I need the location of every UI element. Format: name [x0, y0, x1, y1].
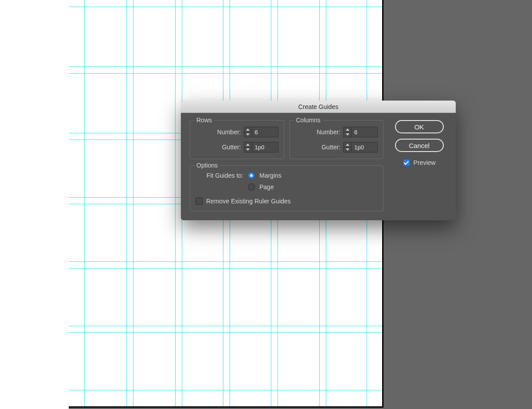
- columns-number-row: Number:: [295, 127, 378, 137]
- columns-number-input[interactable]: [351, 127, 378, 137]
- columns-gutter-row: Gutter:: [295, 142, 378, 152]
- stepper-up-icon[interactable]: [244, 142, 252, 148]
- guide-row[interactable]: [69, 332, 382, 333]
- rows-gutter-stepper[interactable]: [244, 142, 278, 152]
- stepper-buttons: [343, 142, 351, 152]
- stage: Create Guides Rows Number:: [0, 0, 532, 409]
- dialog-titlebar[interactable]: Create Guides: [181, 101, 456, 113]
- radio-margins-label[interactable]: Margins: [259, 172, 282, 179]
- fit-to-margins-row: Fit Guides to: Margins: [196, 172, 378, 179]
- rows-columns-row: Rows Number:: [190, 120, 383, 165]
- rows-gutter-input[interactable]: [252, 142, 278, 152]
- columns-group: Columns Number:: [289, 120, 384, 159]
- columns-legend: Columns: [294, 117, 322, 124]
- stepper-buttons: [343, 127, 351, 137]
- stepper-up-icon[interactable]: [344, 127, 351, 132]
- stepper-up-icon[interactable]: [344, 142, 351, 148]
- radio-margins[interactable]: [248, 172, 255, 179]
- preview-label: Preview: [414, 159, 436, 166]
- preview-checkbox[interactable]: [403, 159, 410, 166]
- guide-row[interactable]: [69, 73, 382, 74]
- guide-col[interactable]: [84, 0, 85, 406]
- stepper-buttons: [244, 127, 252, 137]
- guide-row[interactable]: [69, 7, 382, 7]
- columns-number-stepper[interactable]: [343, 127, 378, 137]
- rows-number-input[interactable]: [252, 127, 278, 137]
- dialog-buttons: OK Cancel Preview: [391, 120, 447, 211]
- dialog-main: Rows Number:: [190, 120, 383, 211]
- remove-guides-row[interactable]: Remove Existing Ruler Guides: [196, 198, 378, 205]
- rows-gutter-label: Gutter:: [222, 144, 241, 151]
- create-guides-dialog: Create Guides Rows Number:: [181, 101, 456, 220]
- radio-page[interactable]: [248, 183, 255, 191]
- remove-guides-checkbox[interactable]: [196, 198, 203, 205]
- stepper-up-icon[interactable]: [244, 127, 252, 132]
- fit-guides-label: Fit Guides to:: [196, 172, 243, 179]
- columns-gutter-stepper[interactable]: [343, 142, 378, 152]
- guide-row[interactable]: [69, 390, 382, 390]
- stepper-down-icon[interactable]: [344, 132, 351, 137]
- preview-row[interactable]: Preview: [403, 159, 436, 166]
- stepper-buttons: [244, 142, 252, 152]
- guide-row[interactable]: [69, 268, 382, 269]
- rows-legend: Rows: [195, 117, 214, 124]
- radio-page-label[interactable]: Page: [259, 183, 274, 191]
- guide-col[interactable]: [126, 0, 127, 406]
- rows-number-stepper[interactable]: [244, 127, 278, 137]
- cancel-button[interactable]: Cancel: [395, 139, 444, 152]
- rows-gutter-row: Gutter:: [196, 142, 278, 152]
- guide-row[interactable]: [69, 66, 382, 67]
- guide-row[interactable]: [69, 326, 382, 326]
- stepper-down-icon[interactable]: [344, 148, 351, 152]
- stepper-down-icon[interactable]: [244, 148, 252, 152]
- dialog-body: Rows Number:: [181, 113, 456, 220]
- options-legend: Options: [195, 162, 219, 169]
- columns-gutter-label: Gutter:: [321, 144, 340, 151]
- guide-col[interactable]: [175, 0, 176, 406]
- options-group: Options Fit Guides to: Margins Page: [190, 165, 383, 211]
- rows-number-row: Number:: [196, 127, 278, 137]
- stepper-down-icon[interactable]: [244, 132, 252, 137]
- rows-number-label: Number:: [217, 129, 241, 136]
- dialog-title: Create Guides: [298, 103, 338, 110]
- rows-group: Rows Number:: [190, 120, 284, 159]
- remove-guides-label: Remove Existing Ruler Guides: [206, 198, 291, 205]
- fit-to-page-row: Page: [196, 183, 378, 191]
- ok-button[interactable]: OK: [395, 120, 444, 133]
- columns-gutter-input[interactable]: [351, 142, 378, 152]
- guide-row[interactable]: [69, 261, 382, 262]
- guide-col[interactable]: [133, 0, 133, 406]
- columns-number-label: Number:: [317, 129, 340, 136]
